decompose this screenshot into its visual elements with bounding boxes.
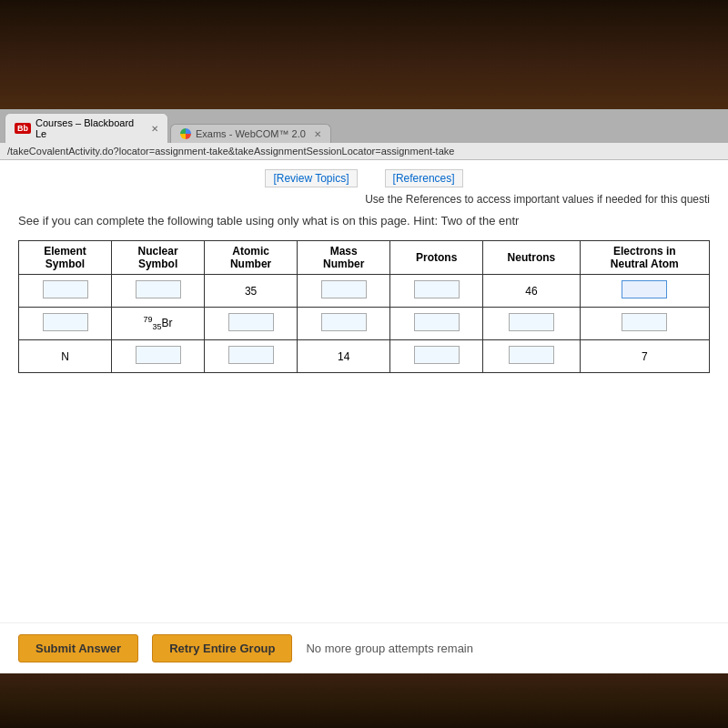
row3-protons [390, 340, 483, 373]
header-protons: Protons [390, 241, 483, 275]
nuclear-notation-br: 7935Br [144, 317, 173, 329]
row2-neutrons [483, 308, 580, 340]
retry-button[interactable]: Retry Entire Group [152, 634, 292, 662]
bottom-bar: Submit Answer Retry Entire Group No more… [0, 622, 728, 673]
row2-electrons-input[interactable] [622, 313, 667, 331]
row3-electrons: 7 [580, 340, 709, 373]
webcom-icon [180, 128, 191, 139]
blackboard-icon: Bb [15, 123, 31, 134]
tab-blackboard-label: Courses – Blackboard Le [35, 117, 143, 139]
row1-nuclear-symbol [112, 275, 205, 308]
chemistry-table: ElementSymbol NuclearSymbol AtomicNumber… [18, 240, 710, 373]
header-mass-number: MassNumber [298, 241, 390, 275]
tab-blackboard[interactable]: Bb Courses – Blackboard Le ✕ [5, 113, 168, 143]
row2-neutrons-input[interactable] [509, 313, 554, 331]
row2-mass-input[interactable] [321, 313, 367, 331]
no-attempts-label: No more group attempts remain [306, 642, 473, 655]
row2-atomic-number [205, 308, 298, 340]
main-wrapper: Bb Courses – Blackboard Le ✕ Exams - Web… [0, 0, 728, 728]
table-row: 7935Br [19, 308, 710, 340]
references-link[interactable]: [References] [385, 169, 463, 187]
row2-mass-number [298, 308, 390, 340]
row1-protons [390, 275, 483, 308]
row3-element-symbol: N [19, 340, 112, 373]
row3-mass-number: 14 [298, 340, 390, 373]
row3-atomic-number [205, 340, 298, 373]
row2-protons [390, 308, 483, 340]
tab-webcom-label: Exams - WebCOM™ 2.0 [196, 128, 306, 139]
tab-webcom[interactable]: Exams - WebCOM™ 2.0 ✕ [170, 124, 331, 143]
row1-mass-input[interactable] [321, 280, 367, 298]
row2-protons-input[interactable] [414, 313, 460, 331]
laptop-bottom-bezel [0, 673, 728, 728]
row2-electrons [580, 308, 709, 340]
row1-nuclear-input[interactable] [136, 280, 181, 298]
row3-nuclear-symbol [112, 340, 205, 373]
tab-blackboard-close[interactable]: ✕ [151, 124, 158, 134]
row3-neutrons [483, 340, 580, 373]
row2-nuclear-symbol: 7935Br [112, 308, 205, 340]
row1-electrons [580, 275, 709, 308]
browser-window: Bb Courses – Blackboard Le ✕ Exams - Web… [0, 109, 728, 673]
tab-webcom-close[interactable]: ✕ [314, 129, 321, 139]
header-neutrons: Neutrons [483, 241, 580, 275]
address-bar[interactable]: /takeCovalentActivity.do?locator=assignm… [0, 143, 728, 160]
header-atomic-number: AtomicNumber [205, 241, 298, 275]
row2-element-symbol [19, 308, 112, 340]
row2-element-input[interactable] [43, 313, 88, 331]
row3-atomic-input[interactable] [228, 346, 274, 364]
address-url: /takeCovalentActivity.do?locator=assignm… [7, 146, 454, 157]
submit-button[interactable]: Submit Answer [18, 634, 138, 662]
table-row: 35 46 [19, 275, 710, 308]
row3-protons-input[interactable] [414, 346, 460, 364]
row1-protons-input[interactable] [414, 280, 460, 298]
header-nuclear-symbol: NuclearSymbol [112, 241, 205, 275]
page-content: [Review Topics] [References] Use the Ref… [0, 160, 728, 622]
laptop-top-bezel [0, 0, 728, 109]
row1-atomic-number: 35 [205, 275, 298, 308]
tab-bar: Bb Courses – Blackboard Le ✕ Exams - Web… [0, 109, 728, 143]
header-element-symbol: ElementSymbol [19, 241, 112, 275]
row1-neutrons: 46 [483, 275, 580, 308]
row3-nuclear-input[interactable] [136, 346, 181, 364]
table-header-row: ElementSymbol NuclearSymbol AtomicNumber… [19, 241, 710, 275]
top-links: [Review Topics] [References] [18, 169, 710, 187]
review-topics-link[interactable]: [Review Topics] [265, 169, 357, 187]
row3-neutrons-input[interactable] [509, 346, 554, 364]
row1-element-symbol [19, 275, 112, 308]
row1-mass-number [298, 275, 390, 308]
table-row: N 14 7 [19, 340, 710, 373]
row1-element-input[interactable] [43, 280, 88, 298]
row1-electrons-input[interactable] [622, 280, 667, 298]
reference-note: Use the References to access important v… [18, 193, 710, 206]
row2-atomic-input[interactable] [228, 313, 274, 331]
instruction-text: See if you can complete the following ta… [18, 213, 710, 229]
header-electrons: Electrons inNeutral Atom [580, 241, 709, 275]
